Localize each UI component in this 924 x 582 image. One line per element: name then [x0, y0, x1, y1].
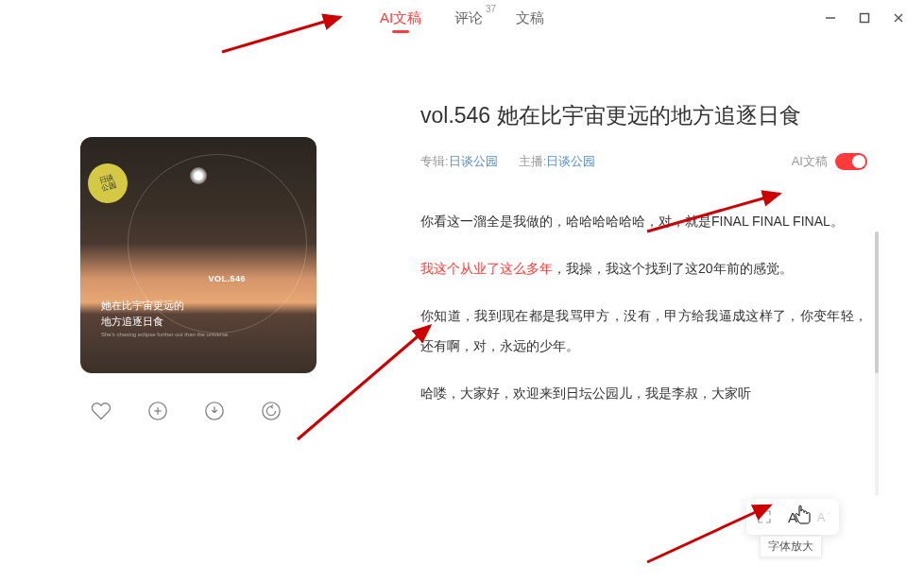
add-button[interactable] [146, 400, 169, 422]
scrollbar[interactable] [875, 231, 879, 496]
host-link[interactable]: 日谈公园 [546, 153, 595, 170]
cover-badge: 日谈 公园 [83, 159, 131, 207]
share-button[interactable] [260, 400, 282, 422]
album-label: 专辑: [420, 153, 449, 170]
cover-volume: VOL.546 [208, 274, 246, 283]
download-button[interactable] [203, 400, 226, 422]
minimize-button[interactable] [824, 11, 837, 25]
host-label: 主播: [519, 153, 547, 170]
like-button[interactable] [90, 400, 112, 422]
maximize-button[interactable] [858, 11, 871, 25]
episode-title: vol.546 她在比宇宙更远的地方追逐日食 [420, 99, 867, 132]
tab-ai-transcript[interactable]: AI文稿 [380, 9, 421, 33]
transcript-content: 你看这一溜全是我做的，哈哈哈哈哈哈，对，就是FINAL FINAL FINAL。… [420, 206, 867, 409]
transcript-line[interactable]: 你看这一溜全是我做的，哈哈哈哈哈哈，对，就是FINAL FINAL FINAL。 [420, 206, 867, 236]
transcript-line[interactable]: 你知道，我到现在都是我骂甲方，没有，甲方给我逼成这样了，你变年轻，还有啊，对，永… [420, 300, 867, 361]
album-cover: 日谈 公园 VOL.546 她在比宇宙更远的 地方追逐日食 She's chas… [80, 137, 317, 373]
transcript-highlight: 我这个从业了这么多年 [420, 261, 553, 276]
svg-point-8 [263, 402, 280, 419]
svg-rect-1 [861, 14, 869, 23]
ai-transcript-toggle[interactable] [835, 153, 867, 170]
tab-comments-count: 37 [486, 4, 496, 14]
ai-transcript-label: AI文稿 [792, 153, 828, 170]
cover-eclipse-decoration [190, 167, 207, 184]
fullscreen-button[interactable] [752, 505, 777, 529]
tab-comments[interactable]: 评论 37 [454, 9, 483, 33]
close-button[interactable] [892, 11, 905, 25]
font-increase-button[interactable]: A+ [780, 505, 805, 529]
album-link[interactable]: 日谈公园 [449, 153, 498, 170]
cover-subtitle: She's chasing eclipse further out than t… [101, 332, 228, 339]
font-size-controls: A+ A- [746, 499, 839, 535]
transcript-line[interactable]: 我这个从业了这么多年，我操，我这个找到了这20年前的感觉。 [420, 253, 867, 283]
font-tooltip: 字体放大 [760, 536, 822, 557]
cover-title: 她在比宇宙更远的 地方追逐日食 [101, 298, 184, 329]
scrollbar-thumb[interactable] [875, 231, 879, 373]
font-decrease-button[interactable]: A- [809, 505, 833, 529]
tab-comments-label: 评论 [454, 9, 483, 26]
transcript-line[interactable]: 哈喽，大家好，欢迎来到日坛公园儿，我是李叔，大家听 [420, 378, 867, 408]
tab-transcript[interactable]: 文稿 [516, 9, 544, 33]
tab-bar: AI文稿 评论 37 文稿 [0, 0, 924, 33]
